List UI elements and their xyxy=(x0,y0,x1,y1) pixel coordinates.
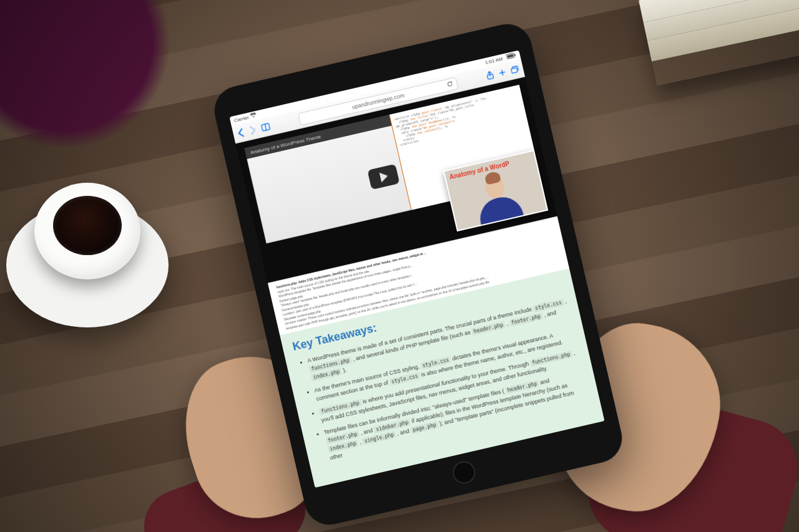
play-button[interactable] xyxy=(367,164,400,190)
bookmarks-button[interactable] xyxy=(260,122,270,132)
svg-rect-1 xyxy=(507,54,514,58)
back-button[interactable] xyxy=(236,127,245,137)
share-button[interactable] xyxy=(486,70,495,80)
wifi-icon xyxy=(250,112,258,120)
forward-button[interactable] xyxy=(248,125,258,135)
refresh-icon[interactable] xyxy=(446,80,453,89)
web-page[interactable]: Anatomy of a WordPress Theme <article <?… xyxy=(235,77,604,488)
svg-line-4 xyxy=(265,124,266,130)
ipad-screen: Carrier 1:01 AM xyxy=(229,51,604,488)
home-button[interactable] xyxy=(451,459,478,486)
photo-scene: Carrier 1:01 AM xyxy=(0,0,799,532)
svg-rect-7 xyxy=(511,67,517,73)
new-tab-button[interactable] xyxy=(498,68,506,77)
takeaways-list: A WordPress theme is made of a set of co… xyxy=(296,297,591,466)
tabs-button[interactable] xyxy=(510,65,520,74)
coffee-liquid xyxy=(53,196,122,255)
svg-rect-5 xyxy=(487,74,493,79)
stacked-books xyxy=(639,0,799,86)
